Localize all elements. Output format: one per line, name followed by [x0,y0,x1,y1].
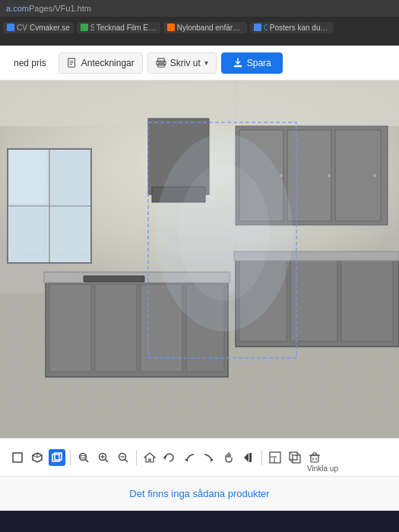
tool-trash[interactable] [306,449,323,466]
tool-zoom-out[interactable] [115,449,131,466]
skriv-ut-label: Skriv ut [170,58,201,68]
tool-floor-plan[interactable] [267,449,283,466]
svg-rect-21 [287,130,331,221]
tab-cvmaker[interactable]: CV Cvmaker.se [3,22,74,33]
tool-rotate-ccw[interactable] [161,449,178,466]
svg-marker-69 [211,459,214,462]
address-rest: Pages/VFu1.htm [29,4,91,13]
tool-home[interactable] [141,449,158,466]
tool-cube-outline[interactable] [29,449,46,466]
svg-rect-8 [234,65,242,67]
tab-c-abbr: C [264,24,268,32]
tabs-bar: CV Cvmaker.se S Tecknad Film Enkel T-...… [0,17,399,38]
tab-favicon-tecknad [81,24,88,31]
svg-rect-71 [249,453,252,462]
svg-marker-67 [163,455,166,460]
tool-3d-box[interactable] [49,449,65,466]
svg-point-24 [328,174,331,177]
svg-line-50 [33,455,37,458]
tab-s-abbr: S [90,24,94,32]
tab-nylonband[interactable]: Nylonband enfärgad -... [163,22,247,33]
tab-cvmaker-text: Cvmaker.se [30,24,70,32]
svg-rect-76 [293,455,300,463]
address-bar: a.com Pages/VFu1.htm [0,0,399,17]
tab-posters-text: Posters kan du enkelt s... [270,24,330,32]
svg-line-60 [106,459,109,462]
svg-point-25 [373,174,376,177]
svg-rect-30 [290,259,337,341]
svg-marker-66 [144,453,155,462]
anteckningar-button[interactable]: Anteckningar [59,52,143,74]
tool-curve-left[interactable] [181,449,198,466]
svg-line-64 [125,459,128,462]
tool-separator-1 [70,450,71,465]
tool-square[interactable] [9,449,26,466]
svg-line-57 [86,459,89,462]
anteckningar-icon [67,58,78,68]
tool-separator-2 [136,450,137,465]
svg-marker-68 [185,459,188,462]
tool-hand[interactable] [220,449,237,466]
svg-rect-72 [270,452,280,463]
print-icon [156,58,166,68]
svg-rect-35 [84,276,144,282]
tool-separator-3 [261,450,262,465]
browser-chrome: a.com Pages/VFu1.htm CV Cvmaker.se S Tec… [0,0,399,46]
svg-rect-36 [49,284,91,372]
svg-rect-4 [157,58,164,62]
tool-zoom-area[interactable] [75,449,92,466]
ned-pris-label: ned pris [6,53,54,73]
bottom-toolbar: Vinkla up [0,438,399,476]
tab-tecknad[interactable]: S Tecknad Film Enkel T-... [77,22,160,33]
spara-icon [233,58,243,68]
svg-point-7 [163,62,164,63]
tab-nylonband-text: Nylonband enfärgad -... [177,24,243,32]
skriv-ut-dropdown-arrow[interactable]: ▾ [204,59,208,67]
skriv-ut-button[interactable]: Skriv ut ▾ [147,52,217,74]
svg-rect-18 [9,150,47,204]
svg-rect-80 [311,455,318,462]
tab-favicon-posters [254,24,261,31]
svg-rect-58 [81,455,85,458]
vinkla-up-label: Vinkla up [307,464,338,473]
tab-tecknad-text: Tecknad Film Enkel T-... [97,24,157,32]
tab-label-cvmaker: CV [17,24,27,32]
tab-favicon-nylonband [167,24,175,31]
status-bar: Det finns inga sådana produkter [0,476,399,511]
address-text: a.com [6,4,29,13]
svg-point-45 [179,164,270,301]
svg-marker-70 [244,453,249,462]
tool-3d-view[interactable] [287,449,303,466]
tab-posters[interactable]: C Posters kan du enkelt s... [250,22,334,33]
svg-rect-46 [13,453,22,462]
status-text: Det finns inga sådana produkter [129,488,269,499]
canvas-area[interactable] [0,81,399,438]
kitchen-3d-scene [0,81,399,438]
tool-step-back[interactable] [240,449,257,466]
tool-curve-right[interactable] [201,449,217,466]
svg-rect-37 [95,284,137,372]
tool-zoom-in[interactable] [95,449,112,466]
toolbar: ned pris Anteckningar Skriv ut ▾ Spara [0,46,399,81]
tab-favicon-cvmaker [7,24,14,31]
svg-rect-31 [341,259,393,341]
spara-label: Spara [247,58,271,68]
spara-button[interactable]: Spara [221,52,283,74]
svg-line-49 [37,455,42,458]
anteckningar-label: Anteckningar [81,58,135,68]
